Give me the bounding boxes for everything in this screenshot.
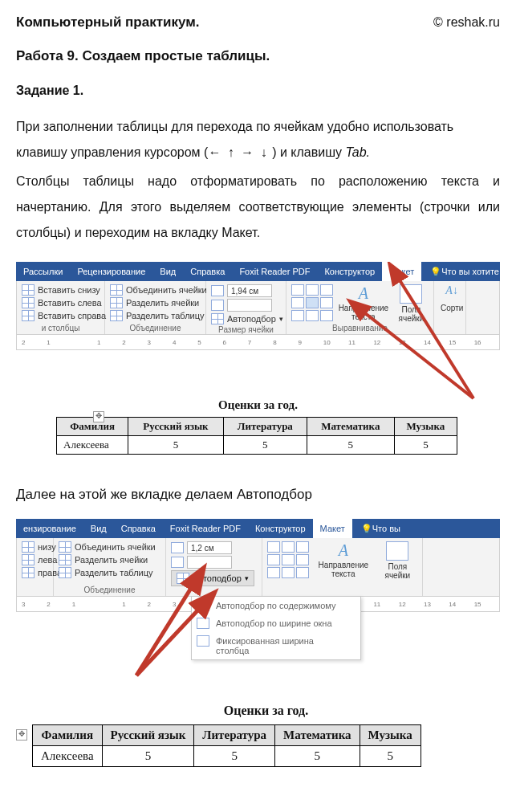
align-tl-2[interactable]	[267, 541, 280, 553]
align-mc-2[interactable]	[282, 554, 295, 565]
word-screenshot-2: ензирование Вид Справка Foxit Reader PDF…	[16, 519, 500, 679]
sort-button[interactable]: A↓Сорти	[439, 284, 465, 333]
tab-design[interactable]: Конструктор	[317, 262, 382, 281]
tab-help-2[interactable]: Справка	[114, 519, 163, 538]
align-bl[interactable]	[291, 310, 304, 321]
col-width-2[interactable]	[171, 556, 254, 569]
ribbon-tabs-2: ензирование Вид Справка Foxit Reader PDF…	[16, 519, 500, 538]
split-cells[interactable]: Разделить ячейки	[110, 297, 207, 308]
table-row: Алексеева 5 5 5 5	[33, 746, 421, 767]
doc-table: Фамилия Русский язык Литература Математи…	[56, 417, 457, 455]
text-direction-label: Направление текста	[338, 304, 389, 321]
tab-layout[interactable]: Макет	[382, 262, 421, 281]
cell-music-b: 5	[360, 746, 421, 767]
table-move-handle-icon-2[interactable]: ✥	[16, 729, 27, 741]
tab-mailings[interactable]: Рассылки	[16, 262, 70, 281]
autofit-contents[interactable]: Автоподбор по содержимому	[192, 597, 360, 614]
cell-russian-b: 5	[102, 746, 194, 767]
cell-surname-b: Алексеева	[33, 746, 103, 767]
align-tr[interactable]	[320, 284, 333, 296]
split-cells-icon	[110, 297, 123, 308]
align-br-2[interactable]	[296, 567, 309, 578]
merge-cells[interactable]: Объединить ячейки	[110, 284, 207, 296]
sort-label: Сорти	[441, 304, 463, 312]
text-direction-2[interactable]: AНаправление текста	[312, 541, 375, 594]
align-bl-2[interactable]	[267, 567, 280, 578]
cell-margins-label-2: Поля ячейки	[380, 562, 416, 580]
cell-margins[interactable]: Поля ячейки	[394, 284, 429, 323]
align-mc[interactable]	[306, 297, 319, 308]
cell-russian: 5	[128, 436, 224, 455]
split-table[interactable]: Разделить таблицу	[110, 310, 207, 321]
width-value[interactable]	[227, 299, 272, 312]
align-ml[interactable]	[291, 297, 304, 308]
autofit-label-2: Автоподбор	[193, 573, 242, 583]
tell-me-2[interactable]: 💡 Что вы	[354, 519, 408, 538]
col-literature: Литература	[223, 418, 307, 436]
row-height[interactable]: 1,94 см	[211, 284, 283, 297]
align-bc[interactable]	[306, 310, 319, 321]
tab-review[interactable]: Рецензирование	[70, 262, 152, 281]
align-tl[interactable]	[291, 284, 304, 296]
tab-review-2[interactable]: ензирование	[16, 519, 83, 538]
align-mr-2[interactable]	[296, 554, 309, 565]
tab-view-2[interactable]: Вид	[83, 519, 114, 538]
autofit-label: Автоподбор	[227, 314, 276, 324]
autofit-button[interactable]: Автоподбор▾	[171, 570, 254, 586]
cell-literature-b: 5	[194, 746, 275, 767]
tab-view[interactable]: Вид	[152, 262, 183, 281]
align-mr[interactable]	[320, 297, 333, 308]
merge-label: Объединить ячейки	[126, 285, 207, 295]
align-tc[interactable]	[306, 284, 319, 296]
fixed-width[interactable]: Фиксированная ширина столбца	[192, 632, 360, 659]
insert-right-icon	[22, 310, 35, 321]
autofit-window[interactable]: Автоподбор по ширине окна	[192, 614, 360, 632]
width-value-2[interactable]	[187, 556, 232, 569]
sort-icon: A↓	[443, 284, 461, 302]
autofit[interactable]: Автоподбор ▾	[211, 313, 283, 324]
tab-help[interactable]: Справка	[183, 262, 232, 281]
tab-design-2[interactable]: Конструктор	[248, 519, 313, 538]
alignment-grid[interactable]	[291, 284, 333, 323]
split-cells-2[interactable]: Разделить ячейки	[59, 554, 156, 565]
split-cells-icon-2	[59, 554, 71, 565]
tab-key-label: Tab.	[345, 145, 370, 159]
split-cells-label-2: Разделить ячейки	[75, 555, 148, 565]
alignment-grid-2[interactable]	[267, 541, 309, 594]
align-tc-2[interactable]	[282, 541, 295, 553]
bottom-table-title: Оценки за год.	[32, 704, 500, 718]
insert-right[interactable]: Вставить справа	[22, 310, 106, 321]
merge-cells-2[interactable]: Объединить ячейки	[59, 541, 156, 553]
insert-right-label: Вставить справа	[38, 311, 106, 320]
insert-left[interactable]: Вставить слева	[22, 297, 106, 308]
col-width[interactable]	[211, 299, 283, 312]
autofit-window-icon	[197, 618, 209, 629]
insert-below[interactable]: Вставить снизу	[22, 284, 106, 296]
align-tr-2[interactable]	[296, 541, 309, 553]
tab-layout-2[interactable]: Макет	[313, 519, 352, 538]
paragraph-1: При заполнении таблицы для перехода по я…	[16, 114, 500, 165]
tab-foxit[interactable]: Foxit Reader PDF	[232, 262, 317, 281]
col-russian-b: Русский язык	[102, 725, 194, 746]
split-table-2[interactable]: Разделить таблицу	[59, 567, 156, 578]
align-ml-2[interactable]	[267, 554, 280, 565]
split-table-icon	[110, 310, 123, 321]
group-rows-cols: и столбцы	[22, 323, 100, 333]
align-br[interactable]	[320, 310, 333, 321]
tab-foxit-2[interactable]: Foxit Reader PDF	[163, 519, 248, 538]
table-header-row: Фамилия Русский язык Литература Математи…	[33, 725, 421, 746]
doc-table-title: Оценки за год.	[16, 398, 500, 412]
tell-me[interactable]: 💡 Что вы хотите с	[423, 262, 513, 281]
fixed-width-label: Фиксированная ширина столбца	[216, 636, 314, 655]
cell-margins-2[interactable]: Поля ячейки	[378, 541, 417, 594]
insert-right-icon-2	[22, 567, 35, 578]
row-height-2[interactable]: 1,2 см	[171, 541, 254, 554]
text-direction[interactable]: AНаправление текста	[336, 284, 391, 323]
height-value-2[interactable]: 1,2 см	[187, 541, 232, 554]
text-direction-icon: A	[355, 284, 372, 302]
autofit-contents-label: Автоподбор по содержимому	[216, 601, 335, 610]
group-merge-2: Объединение	[59, 585, 160, 594]
height-value[interactable]: 1,94 см	[227, 284, 272, 297]
align-bc-2[interactable]	[282, 567, 295, 578]
table-move-handle-icon[interactable]: ✥	[93, 411, 104, 422]
